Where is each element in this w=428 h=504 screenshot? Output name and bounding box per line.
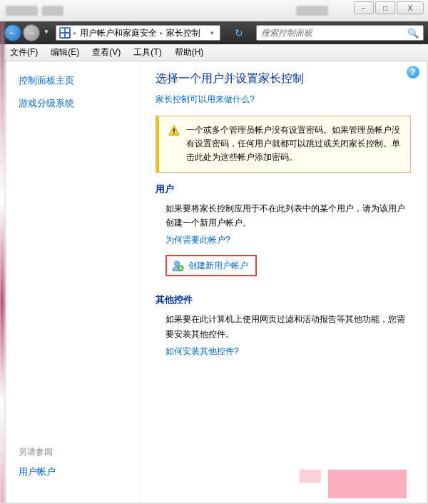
create-new-user-link[interactable]: 创建新用户帐户 xyxy=(165,255,257,276)
back-button[interactable]: ← xyxy=(4,24,21,41)
warning-box: ! 一个或多个管理员帐户没有设置密码。如果管理员帐户没有设置密码，任何用户就都可… xyxy=(156,116,411,173)
what-can-link[interactable]: 家长控制可以用来做什么? xyxy=(156,94,255,104)
titlebar: − □ X xyxy=(0,0,428,21)
page-title: 选择一个用户并设置家长控制 xyxy=(156,71,411,86)
close-button[interactable]: X xyxy=(397,1,424,14)
menubar: 文件(F) 编辑(E) 查看(V) 工具(T) 帮助(H) xyxy=(0,44,428,61)
create-new-user-label: 创建新用户帐户 xyxy=(188,260,248,272)
svg-rect-1 xyxy=(66,29,69,32)
breadcrumb[interactable]: ▸ 用户帐户和家庭安全 ▸ 家长控制 ▾ xyxy=(56,25,220,41)
navigation-bar: ← → ▼ ▸ 用户帐户和家庭安全 ▸ 家长控制 ▾ ↻ 🔍 xyxy=(0,21,428,44)
control-panel-icon xyxy=(59,27,71,39)
svg-rect-3 xyxy=(66,34,69,37)
warning-icon: ! xyxy=(168,124,180,137)
svg-text:!: ! xyxy=(173,127,175,136)
sidebar-user-accounts[interactable]: 用户帐户 xyxy=(19,465,141,478)
nav-history-dropdown[interactable]: ▼ xyxy=(41,24,51,39)
svg-rect-0 xyxy=(61,29,64,32)
search-input[interactable] xyxy=(261,28,407,38)
breadcrumb-dropdown[interactable]: ▾ xyxy=(208,29,217,36)
breadcrumb-item-2[interactable]: 家长控制 xyxy=(166,27,200,39)
menu-view[interactable]: 查看(V) xyxy=(86,44,126,61)
search-box[interactable]: 🔍 xyxy=(256,25,424,41)
minimize-button[interactable]: − xyxy=(354,1,374,14)
breadcrumb-item-1[interactable]: 用户帐户和家庭安全 xyxy=(80,27,157,39)
users-section-label: 用户 xyxy=(156,183,411,196)
sidebar-control-panel-home[interactable]: 控制面板主页 xyxy=(19,74,141,87)
maximize-button[interactable]: □ xyxy=(375,1,395,14)
help-button[interactable]: ? xyxy=(407,66,419,79)
svg-rect-2 xyxy=(61,34,64,37)
background-artifact xyxy=(328,470,407,498)
sidebar-game-rating[interactable]: 游戏分级系统 xyxy=(19,97,141,110)
forward-button[interactable]: → xyxy=(23,24,40,41)
main-panel: ? 选择一个用户并设置家长控制 家长控制可以用来做什么? ! 一个或多个管理员帐… xyxy=(141,61,427,503)
how-install-link[interactable]: 如何安装其他控件? xyxy=(156,346,411,358)
warning-text[interactable]: 一个或多个管理员帐户没有设置密码。如果管理员帐户没有设置密码，任何用户就都可以跳… xyxy=(186,124,402,165)
menu-edit[interactable]: 编辑(E) xyxy=(45,44,85,61)
menu-tools[interactable]: 工具(T) xyxy=(128,44,167,61)
refresh-button[interactable]: ↻ xyxy=(230,25,248,41)
other-section-label: 其他控件 xyxy=(156,293,411,306)
svg-point-5 xyxy=(175,261,180,266)
user-add-icon xyxy=(171,259,184,272)
sidebar: 控制面板主页 游戏分级系统 另请参阅 用户帐户 xyxy=(6,61,141,503)
why-need-link[interactable]: 为何需要此帐户? xyxy=(156,234,411,246)
menu-file[interactable]: 文件(F) xyxy=(4,44,44,61)
background-artifact xyxy=(300,470,321,483)
breadcrumb-sep: ▸ xyxy=(160,29,163,36)
other-body-text: 如果要在此计算机上使用网页过滤和活动报告等其他功能，您需要安装其他控件。 xyxy=(156,312,411,341)
menu-help[interactable]: 帮助(H) xyxy=(169,44,210,61)
search-icon[interactable]: 🔍 xyxy=(407,28,419,39)
see-also-label: 另请参阅 xyxy=(19,446,141,458)
users-body-text: 如果要将家长控制应用于不在此列表中的某个用户，请为该用户创建一个新用户帐户。 xyxy=(156,201,411,231)
breadcrumb-sep: ▸ xyxy=(73,29,77,36)
